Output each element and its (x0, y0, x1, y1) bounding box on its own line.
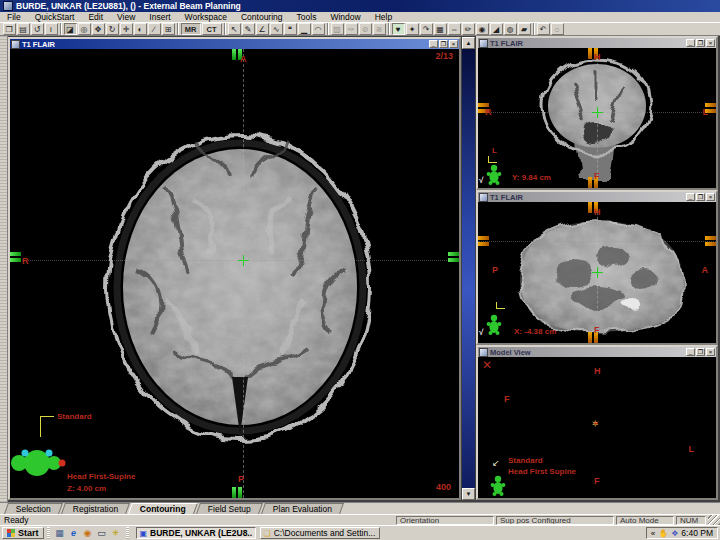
reference-line-button[interactable]: ▁ (298, 23, 311, 35)
axial-crosshair[interactable] (238, 255, 249, 266)
arc-button[interactable]: ◠ (312, 23, 325, 35)
tray-expand-icon[interactable]: « (651, 529, 655, 538)
menu-insert[interactable]: Insert (142, 12, 177, 22)
tab-contouring[interactable]: Contouring (128, 503, 198, 514)
menu-file[interactable]: File (0, 12, 28, 22)
model-viewport-titlebar[interactable]: Model View _ ❐ × (478, 347, 716, 357)
annotation-button[interactable]: ❝ (284, 23, 297, 35)
scroll-down-icon[interactable]: ▼ (462, 488, 475, 500)
minimize-icon[interactable]: _ (686, 348, 695, 356)
restore-icon[interactable]: ❐ (696, 39, 705, 47)
rotate-view-button[interactable]: ↻ (106, 23, 119, 35)
slice-scrollbar[interactable]: ▲ ▼ (462, 37, 475, 500)
sagittal-image-canvas[interactable]: H P A F √ X: -4.38 cm (478, 202, 716, 343)
window-grip-strip[interactable] (0, 36, 8, 502)
sphere-tool-button[interactable]: ◉ (476, 23, 489, 35)
coronal-image-canvas[interactable]: H R L F L √ Y: 9.84 cm (478, 48, 716, 188)
axial-viewport-titlebar[interactable]: T1 FLAIR _ ❐ × (10, 39, 459, 49)
info-button[interactable]: i (45, 23, 58, 35)
scroll-up-icon[interactable]: ▲ (462, 37, 475, 49)
task-explorer[interactable]: ❏ C:\Documents and Settin... (260, 527, 380, 539)
profile-curve-button[interactable]: ∿ (270, 23, 283, 35)
sagittal-slab-marker-left[interactable] (478, 236, 489, 246)
tray-display-icon[interactable]: ❖ (671, 529, 678, 538)
mr-series-toggle[interactable]: MR (181, 23, 201, 35)
select-arrow-button[interactable]: ↖ (228, 23, 241, 35)
sagittal-slab-marker-right[interactable] (705, 236, 716, 246)
axial-slab-marker-right[interactable] (448, 252, 459, 262)
image-window-tool-button[interactable]: ◪ (64, 23, 77, 35)
cut-plane-button[interactable]: ▨ (331, 23, 344, 35)
menu-workspace[interactable]: Workspace (178, 12, 234, 22)
tab-registration[interactable]: Registration (61, 503, 130, 514)
angle-measure-button[interactable]: ∠ (256, 23, 269, 35)
draw-plane-button[interactable]: ✑ (345, 23, 358, 35)
restore-icon[interactable]: ❐ (696, 348, 705, 356)
ct-series-toggle[interactable]: CT (202, 23, 222, 35)
menu-help[interactable]: Help (368, 12, 399, 22)
ruler-button[interactable]: ✎ (242, 23, 255, 35)
media-player-icon[interactable]: ◉ (82, 527, 94, 539)
contour-structure-button[interactable]: ♥ (392, 23, 405, 35)
search-button[interactable]: ◌ (551, 23, 564, 35)
minimize-icon[interactable]: _ (686, 193, 695, 201)
rotate-3d-button[interactable]: ↷ (420, 23, 433, 35)
open-patient-button[interactable]: ❒ (3, 23, 16, 35)
pan-tool-button[interactable]: ✥ (92, 23, 105, 35)
menu-view[interactable]: View (110, 12, 142, 22)
zoom-tool-button[interactable]: ◎ (78, 23, 91, 35)
profile-line-button[interactable]: ∕ (148, 23, 161, 35)
close-icon[interactable]: × (706, 348, 715, 356)
messenger-icon[interactable]: ✳ (110, 527, 122, 539)
tab-selection[interactable]: Selection (4, 503, 63, 514)
ie-icon[interactable]: e (68, 527, 80, 539)
start-button[interactable]: Start (2, 527, 44, 539)
coronal-viewport-titlebar[interactable]: T1 FLAIR _ ❐ × (478, 38, 716, 48)
grid-toggle-button[interactable]: ⊞ (162, 23, 175, 35)
close-icon[interactable]: × (449, 40, 458, 48)
polygon-tool-button[interactable]: ▰ (518, 23, 531, 35)
visibility-button[interactable]: ◍ (504, 23, 517, 35)
show-desktop-icon[interactable]: ▦ (54, 527, 66, 539)
menu-edit[interactable]: Edit (81, 12, 110, 22)
coronal-corner-label: L (492, 147, 497, 155)
minimize-icon[interactable]: _ (686, 39, 695, 47)
tray-hand-icon[interactable]: ✋ (658, 529, 668, 538)
minimize-icon[interactable]: _ (429, 40, 438, 48)
menu-tools[interactable]: Tools (290, 12, 324, 22)
menu-quickstart[interactable]: QuickStart (28, 12, 82, 22)
axial-slab-marker-left[interactable] (10, 252, 21, 262)
erase-button[interactable]: ⊘ (359, 23, 372, 35)
structure-table-button[interactable]: ▦ (434, 23, 447, 35)
resize-grip[interactable] (708, 515, 720, 525)
menu-contouring[interactable]: Contouring (234, 12, 290, 22)
tab-plan-evaluation[interactable]: Plan Evaluation (261, 503, 344, 514)
sagittal-viewport-titlebar[interactable]: T1 FLAIR _ ❐ × (478, 192, 716, 202)
restore-icon[interactable]: ❐ (439, 40, 448, 48)
sagittal-crosshair[interactable] (592, 267, 603, 278)
save-button[interactable]: ▤ (17, 23, 30, 35)
isocenter-marker[interactable]: ✶ (591, 419, 599, 429)
coronal-crosshair[interactable] (592, 107, 603, 118)
task-eclipse[interactable]: ▣ BURDE, UNKAR (LE2U8... (136, 527, 256, 539)
close-icon[interactable]: × (706, 39, 715, 47)
brush-tool-button[interactable]: ✏ (462, 23, 475, 35)
monitor-icon[interactable]: ▭ (96, 527, 108, 539)
window-level-button[interactable]: ◐ (134, 23, 147, 35)
slice-scrollbar-track[interactable] (462, 49, 475, 488)
axial-slab-marker-bottom[interactable] (232, 487, 242, 498)
model-view-canvas[interactable]: ✕ H F ✶ L F ↙ Standard Head First Supine (478, 357, 716, 498)
margin-tool-button[interactable]: ⇔ (448, 23, 461, 35)
wedge-tool-button[interactable]: ◢ (490, 23, 503, 35)
restore-icon[interactable]: ❐ (696, 193, 705, 201)
app-icon (3, 1, 13, 11)
menu-window[interactable]: Window (323, 12, 367, 22)
axial-image-canvas[interactable]: A R P 2/13 400 Standard Head First-Supin… (10, 49, 459, 498)
tab-field-setup[interactable]: Field Setup (196, 503, 263, 514)
interpolate-button[interactable]: ≋ (373, 23, 386, 35)
crosshair-tool-button[interactable]: ✛ (120, 23, 133, 35)
pointer-3d-button[interactable]: ✦ (406, 23, 419, 35)
undo-button[interactable]: ↶ (537, 23, 550, 35)
refresh-button[interactable]: ↺ (31, 23, 44, 35)
close-icon[interactable]: × (706, 193, 715, 201)
